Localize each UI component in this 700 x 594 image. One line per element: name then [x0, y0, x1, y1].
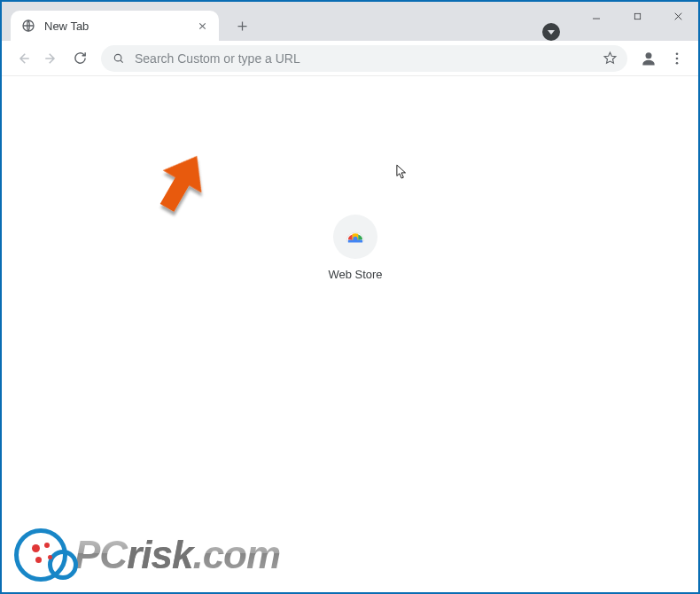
tab-active[interactable]: New Tab: [11, 11, 219, 41]
svg-point-4: [676, 52, 679, 55]
tab-title: New Tab: [44, 20, 194, 33]
forward-button: [37, 44, 66, 73]
browser-window: New Tab: [0, 0, 700, 594]
web-store-icon: [333, 215, 377, 259]
close-window-button[interactable]: [657, 2, 698, 30]
shortcut-label: Web Store: [328, 268, 382, 281]
maximize-button[interactable]: [617, 2, 657, 30]
svg-point-6: [676, 61, 679, 64]
watermark-logo: PCrisk.com: [14, 528, 280, 582]
profile-avatar-icon[interactable]: [634, 44, 663, 73]
back-button: [9, 44, 37, 73]
pcrisk-emblem-icon: [14, 528, 67, 582]
bookmark-star-icon[interactable]: [597, 46, 622, 71]
new-tab-button[interactable]: [229, 13, 254, 38]
globe-icon: [21, 19, 35, 33]
extension-indicator-icon[interactable]: [542, 23, 560, 41]
new-tab-page: Web Store PCrisk.com: [2, 76, 698, 592]
watermark-text: PCrisk.com: [74, 533, 280, 577]
svg-rect-1: [634, 13, 640, 19]
search-icon: [112, 51, 126, 66]
kebab-menu-icon[interactable]: [663, 44, 691, 73]
close-tab-icon[interactable]: [194, 18, 210, 34]
address-input[interactable]: [135, 51, 597, 66]
tab-strip: New Tab: [2, 2, 698, 41]
svg-point-2: [114, 54, 121, 61]
omnibox[interactable]: [101, 45, 627, 72]
svg-point-3: [646, 52, 652, 59]
shortcut-web-store[interactable]: Web Store: [315, 215, 395, 281]
mouse-cursor-icon: [396, 164, 408, 180]
toolbar: [2, 41, 698, 76]
reload-button[interactable]: [66, 44, 94, 73]
window-controls: [576, 2, 698, 41]
annotation-arrow-icon: [139, 147, 219, 227]
minimize-button[interactable]: [576, 2, 617, 30]
svg-point-5: [676, 57, 679, 59]
svg-rect-8: [348, 240, 362, 243]
